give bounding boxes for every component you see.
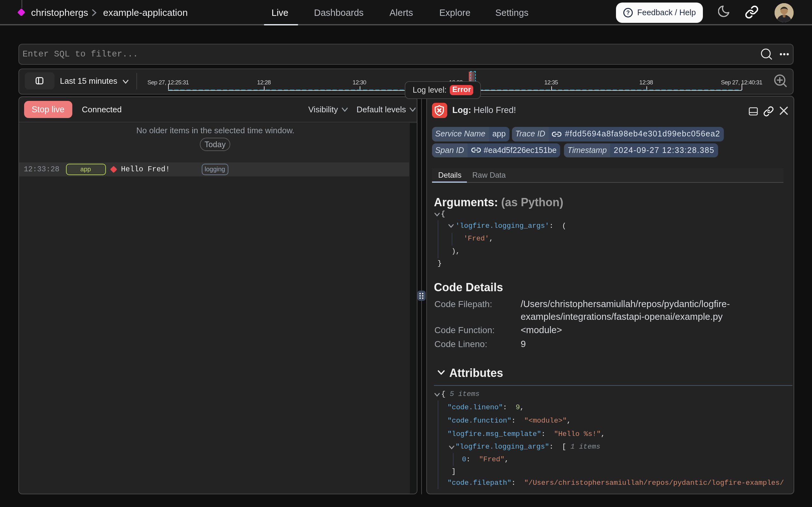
svg-text:?: ? [626,9,630,16]
